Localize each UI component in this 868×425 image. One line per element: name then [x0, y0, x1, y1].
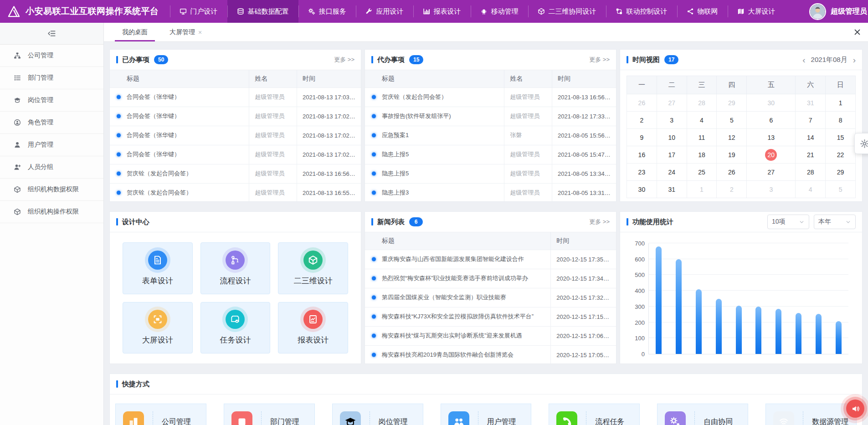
calendar-day[interactable]: 21: [796, 146, 826, 164]
table-row[interactable]: 贺庆铨（发起合同会签）超级管理员2021-08-13 16:55:36: [110, 183, 361, 202]
nav-item-4[interactable]: 应用设计: [356, 0, 413, 23]
calendar-day[interactable]: 7: [796, 112, 826, 129]
tab-close-icon[interactable]: ×: [198, 29, 202, 36]
sidebar-collapse-button[interactable]: [0, 23, 103, 45]
shortcut-card-7[interactable]: 数据源管理: [765, 404, 857, 425]
nav-item-7[interactable]: 二三维协同设计: [528, 0, 606, 23]
calendar-day[interactable]: 28: [687, 94, 717, 112]
period-select[interactable]: 本年: [814, 215, 856, 229]
calendar-day[interactable]: 2: [627, 112, 657, 129]
table-row[interactable]: 梅安森科技“煤与瓦斯突出实时诊断系统”迎来发展机遇2020-12-15 17:0…: [365, 326, 616, 345]
calendar-day[interactable]: 11: [687, 129, 717, 146]
calendar-day[interactable]: 4: [796, 181, 826, 198]
calendar-day[interactable]: 5: [717, 112, 747, 129]
calendar-day[interactable]: 14: [796, 129, 826, 146]
design-card-6[interactable]: 报表设计: [278, 302, 348, 354]
calendar-day[interactable]: 31: [796, 94, 826, 112]
tab-2[interactable]: 大屏管理×: [159, 23, 213, 41]
sidebar-item-3[interactable]: 岗位管理: [0, 89, 103, 112]
nav-item-10[interactable]: 大屏设计: [728, 0, 785, 23]
bar[interactable]: [736, 306, 742, 354]
sidebar-item-1[interactable]: 公司管理: [0, 45, 103, 67]
nav-item-6[interactable]: 移动管理: [471, 0, 528, 23]
table-row[interactable]: 重庆梅安森与山西省国新能源发展集团智能化建设合作2020-12-15 17:35…: [365, 250, 616, 269]
bar[interactable]: [656, 246, 662, 354]
calendar-day[interactable]: 18: [687, 146, 717, 164]
design-card-4[interactable]: 大屏设计: [123, 302, 193, 354]
table-row[interactable]: 隐患上报5超级管理员2021-08-05 15:47:05: [365, 145, 616, 164]
design-card-5[interactable]: 任务设计: [200, 302, 271, 354]
table-row[interactable]: 第四届全国煤炭业（智能安全监测）职业技能赛2020-12-15 17:32:54: [365, 288, 616, 307]
close-all-tabs-icon[interactable]: [854, 29, 861, 36]
design-card-2[interactable]: 流程设计: [200, 242, 271, 294]
sidebar-item-8[interactable]: 组织机构操作权限: [0, 201, 103, 223]
calendar-day[interactable]: 8: [826, 112, 856, 129]
calendar-day[interactable]: 1: [826, 94, 856, 112]
more-link[interactable]: 更多 >>: [589, 56, 610, 64]
shortcut-card-1[interactable]: 公司管理: [115, 404, 206, 425]
user-avatar[interactable]: [809, 3, 826, 20]
table-row[interactable]: 贺庆铨（发起合同会签）超级管理员2021-08-13 16:56:07: [365, 87, 616, 107]
calendar-day[interactable]: 27: [657, 94, 687, 112]
calendar-day[interactable]: 31: [657, 181, 687, 198]
calendar-day[interactable]: 27: [747, 164, 796, 181]
calendar-day[interactable]: 9: [627, 129, 657, 146]
calendar-day[interactable]: 22: [826, 146, 856, 164]
nav-item-2[interactable]: 基础数据配置: [227, 0, 298, 23]
bar[interactable]: [716, 299, 722, 354]
calendar-day[interactable]: 19: [717, 146, 747, 164]
calendar-day[interactable]: 24: [657, 164, 687, 181]
calendar-day[interactable]: 13: [747, 129, 796, 146]
sidebar-item-4[interactable]: 角色管理: [0, 112, 103, 134]
table-row[interactable]: 合同会签（张华键）超级管理员2021-08-13 17:02:29: [110, 126, 361, 145]
shortcut-card-4[interactable]: 用户管理: [441, 404, 532, 425]
items-count-select[interactable]: 10项: [767, 215, 809, 229]
tab-1[interactable]: 我的桌面: [111, 23, 159, 41]
next-month-button[interactable]: ›: [853, 56, 856, 64]
calendar-day[interactable]: 3: [657, 112, 687, 129]
shortcut-card-2[interactable]: 部门管理: [224, 404, 315, 425]
sidebar-item-5[interactable]: 用户管理: [0, 134, 103, 156]
calendar-day[interactable]: 25: [687, 164, 717, 181]
bar[interactable]: [755, 307, 761, 354]
calendar-day[interactable]: 17: [657, 146, 687, 164]
calendar-day[interactable]: 16: [627, 146, 657, 164]
user-area[interactable]: 超级管理员: [809, 3, 868, 20]
table-row[interactable]: 贺庆铨（发起合同会签）超级管理员2021-08-13 16:56:07: [110, 164, 361, 183]
bar[interactable]: [696, 289, 702, 354]
bar[interactable]: [836, 321, 842, 354]
table-row[interactable]: 梅安森科技“KJ73X和安全监控模拟故障仿真软件技术平台”2020-12-15 …: [365, 307, 616, 326]
table-row[interactable]: 合同会签（张华键）超级管理员2021-08-13 17:02:52: [110, 107, 361, 126]
table-row[interactable]: 合同会签（张华键）超级管理员2021-08-13 17:03:33: [110, 87, 361, 107]
calendar-day[interactable]: 20: [747, 146, 796, 164]
calendar-day[interactable]: 4: [687, 112, 717, 129]
calendar-day[interactable]: 30: [747, 94, 796, 112]
nav-item-9[interactable]: 物联网: [677, 0, 728, 23]
sidebar-item-7[interactable]: 组织机构数据权限: [0, 179, 103, 201]
table-row[interactable]: 隐患上报3超级管理员2021-08-05 13:31:38: [365, 183, 616, 202]
bar[interactable]: [776, 309, 781, 354]
nav-item-3[interactable]: 接口服务: [298, 0, 356, 23]
nav-item-1[interactable]: 门户设计: [170, 0, 227, 23]
calendar-day[interactable]: 12: [717, 129, 747, 146]
shortcut-card-3[interactable]: 岗位管理: [332, 404, 423, 425]
calendar-day[interactable]: 2: [717, 181, 747, 198]
calendar-day[interactable]: 29: [717, 94, 747, 112]
sidebar-item-6[interactable]: 人员分组: [0, 156, 103, 179]
calendar-day[interactable]: 29: [826, 164, 856, 181]
calendar-day[interactable]: 1: [687, 181, 717, 198]
settings-fab[interactable]: [854, 133, 868, 154]
calendar-day[interactable]: 28: [796, 164, 826, 181]
calendar-day[interactable]: 23: [627, 164, 657, 181]
bar[interactable]: [676, 259, 682, 354]
calendar-day[interactable]: 10: [657, 129, 687, 146]
table-row[interactable]: 梅安森科技亮相2019青岛国际软件融合创新博览会2020-12-15 17:05…: [365, 345, 616, 364]
prev-month-button[interactable]: ‹: [802, 56, 805, 64]
calendar-day[interactable]: 15: [826, 129, 856, 146]
calendar-day[interactable]: 6: [747, 112, 796, 129]
nav-item-8[interactable]: 联动控制设计: [606, 0, 677, 23]
design-card-1[interactable]: 表单设计: [123, 242, 193, 294]
more-link[interactable]: 更多 >>: [589, 218, 610, 226]
calendar-day[interactable]: 26: [717, 164, 747, 181]
calendar-day[interactable]: 26: [627, 94, 657, 112]
